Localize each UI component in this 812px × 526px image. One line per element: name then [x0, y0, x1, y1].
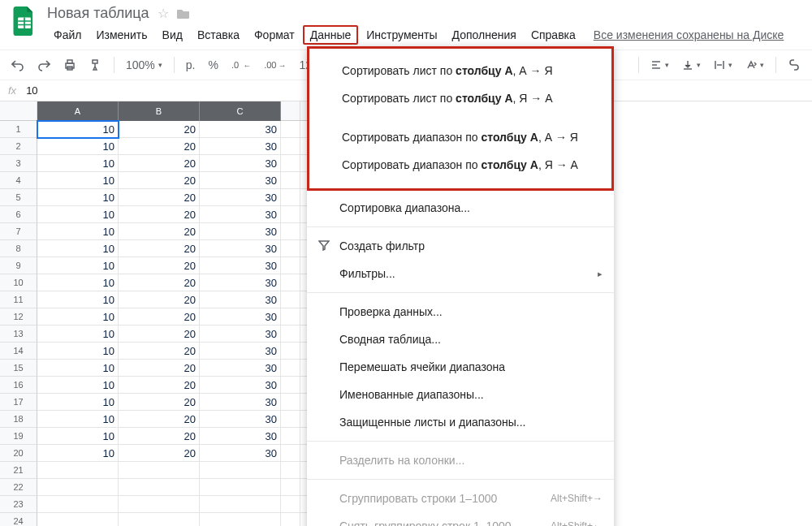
- cell[interactable]: 10: [37, 326, 119, 343]
- save-status[interactable]: Все изменения сохранены на Диске: [594, 28, 784, 41]
- cell[interactable]: [37, 462, 119, 479]
- row-header[interactable]: 17: [0, 394, 37, 411]
- document-title[interactable]: Новая таблица: [47, 5, 149, 22]
- cell[interactable]: 30: [200, 223, 281, 240]
- row-header[interactable]: 23: [0, 496, 37, 513]
- cell[interactable]: 20: [119, 121, 200, 138]
- cell[interactable]: [281, 189, 300, 206]
- cell[interactable]: 10: [37, 343, 119, 360]
- cell[interactable]: 20: [119, 291, 200, 308]
- row-header[interactable]: 10: [0, 274, 37, 291]
- menu-insert[interactable]: Вставка: [191, 25, 246, 45]
- sort-range-dialog[interactable]: Сортировка диапазона...: [307, 194, 614, 222]
- cell[interactable]: 20: [119, 428, 200, 445]
- cell[interactable]: [281, 411, 300, 428]
- text-rotation-button[interactable]: [741, 56, 769, 74]
- cell[interactable]: 30: [200, 360, 281, 377]
- row-header[interactable]: 8: [0, 240, 37, 257]
- cell[interactable]: 30: [200, 172, 281, 189]
- cell[interactable]: [281, 138, 300, 155]
- cell[interactable]: 30: [200, 445, 281, 462]
- row-header[interactable]: 5: [0, 189, 37, 206]
- decrease-decimal-button[interactable]: .0 ←: [227, 57, 256, 73]
- menu-addons[interactable]: Дополнения: [446, 25, 523, 45]
- cell[interactable]: 10: [37, 189, 119, 206]
- formula-input[interactable]: 10: [26, 84, 37, 97]
- row-header[interactable]: 16: [0, 377, 37, 394]
- cell[interactable]: [200, 462, 281, 479]
- row-header[interactable]: 2: [0, 138, 37, 155]
- cell[interactable]: [281, 343, 300, 360]
- cell[interactable]: [281, 496, 300, 513]
- cell[interactable]: 30: [200, 428, 281, 445]
- cell[interactable]: 10: [37, 206, 119, 223]
- undo-button[interactable]: [6, 55, 29, 75]
- cell[interactable]: 30: [200, 308, 281, 326]
- cell[interactable]: 20: [119, 326, 200, 343]
- cell[interactable]: 10: [37, 257, 119, 274]
- cell[interactable]: 20: [119, 155, 200, 172]
- paint-format-button[interactable]: [84, 55, 107, 75]
- row-header[interactable]: 12: [0, 308, 37, 326]
- redo-button[interactable]: [32, 55, 55, 75]
- cell[interactable]: 30: [200, 394, 281, 411]
- cell[interactable]: 30: [200, 155, 281, 172]
- cell[interactable]: 20: [119, 394, 200, 411]
- column-header[interactable]: A: [37, 101, 119, 121]
- row-header[interactable]: 9: [0, 257, 37, 274]
- cell[interactable]: [119, 496, 200, 513]
- cell[interactable]: 20: [119, 274, 200, 291]
- cell[interactable]: 30: [200, 343, 281, 360]
- column-header[interactable]: C: [200, 101, 281, 121]
- cell[interactable]: 10: [37, 411, 119, 428]
- folder-icon[interactable]: [177, 8, 190, 19]
- cell[interactable]: [281, 155, 300, 172]
- cell[interactable]: [37, 479, 119, 496]
- cell[interactable]: 20: [119, 206, 200, 223]
- cell[interactable]: 30: [200, 121, 281, 138]
- sort-range-az[interactable]: Сортировать диапазон по столбцу A, А → Я: [309, 123, 611, 151]
- print-button[interactable]: [58, 55, 81, 75]
- cell[interactable]: [281, 172, 300, 189]
- cell[interactable]: 20: [119, 343, 200, 360]
- text-wrap-button[interactable]: [709, 56, 737, 74]
- cell[interactable]: 20: [119, 445, 200, 462]
- cell[interactable]: 30: [200, 274, 281, 291]
- sort-sheet-az[interactable]: Сортировать лист по столбцу A, А → Я: [309, 57, 611, 84]
- protected-sheets[interactable]: Защищенные листы и диапазоны...: [307, 408, 614, 436]
- cell[interactable]: [281, 121, 300, 138]
- menu-format[interactable]: Формат: [248, 25, 301, 45]
- menu-view[interactable]: Вид: [156, 25, 189, 45]
- menu-tools[interactable]: Инструменты: [360, 25, 443, 45]
- horizontal-align-button[interactable]: [646, 56, 674, 74]
- row-header[interactable]: 21: [0, 462, 37, 479]
- cell[interactable]: [281, 462, 300, 479]
- row-header[interactable]: 15: [0, 360, 37, 377]
- menu-edit[interactable]: Изменить: [89, 25, 153, 45]
- cell[interactable]: [37, 513, 119, 526]
- cell[interactable]: 10: [37, 291, 119, 308]
- row-header[interactable]: 24: [0, 513, 37, 526]
- pivot-table[interactable]: Сводная таблица...: [307, 326, 614, 353]
- row-header[interactable]: 4: [0, 172, 37, 189]
- column-header[interactable]: [281, 101, 300, 121]
- cell[interactable]: [200, 479, 281, 496]
- cell[interactable]: 30: [200, 291, 281, 308]
- sheets-logo[interactable]: [8, 5, 41, 37]
- sort-range-za[interactable]: Сортировать диапазон по столбцу A, Я → А: [309, 151, 611, 179]
- cell[interactable]: 30: [200, 206, 281, 223]
- cell[interactable]: 20: [119, 240, 200, 257]
- row-header[interactable]: 14: [0, 343, 37, 360]
- percent-button[interactable]: %: [204, 55, 223, 75]
- cell[interactable]: 10: [37, 240, 119, 257]
- cell[interactable]: 30: [200, 189, 281, 206]
- cell[interactable]: 30: [200, 257, 281, 274]
- cell[interactable]: 10: [37, 172, 119, 189]
- cell[interactable]: 10: [37, 394, 119, 411]
- vertical-align-button[interactable]: [677, 56, 706, 74]
- cell[interactable]: 30: [200, 411, 281, 428]
- column-header[interactable]: B: [119, 101, 200, 121]
- sort-sheet-za[interactable]: Сортировать лист по столбцу A, Я → А: [309, 84, 611, 112]
- filters-submenu[interactable]: Фильтры...: [307, 260, 614, 287]
- row-header[interactable]: 6: [0, 206, 37, 223]
